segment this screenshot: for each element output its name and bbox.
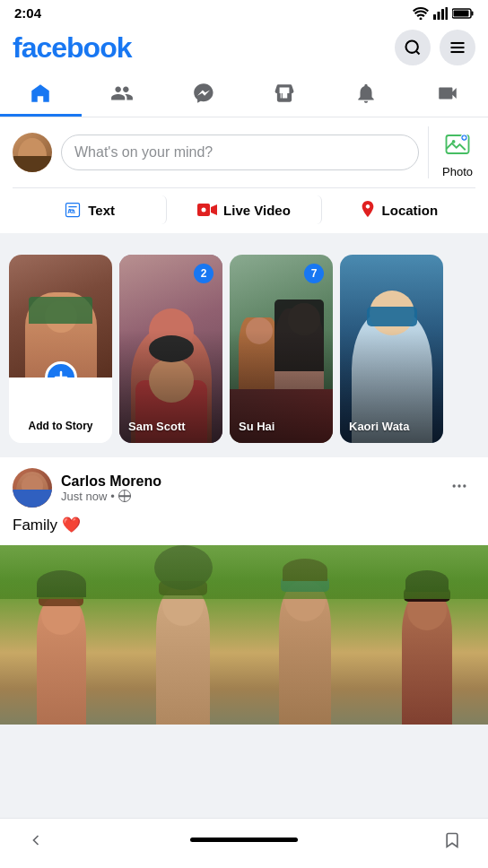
post-time: Just now [61,490,107,503]
post-actions: Aa Text Live Video Location [13,187,475,224]
post-input[interactable]: What's on your mind? [61,135,419,170]
svg-rect-6 [454,10,469,16]
post-user-details: Carlos Moreno Just now • [61,473,161,503]
bottom-nav [0,818,488,868]
story-badge-2: 2 [194,264,214,283]
bookmark-icon [443,830,461,850]
story-sam-scott[interactable]: 2 Sam Scott [119,255,222,443]
add-story-label: Add to Story [22,420,100,434]
photo-label: Photo [442,165,473,178]
post-avatar-carlos [13,468,52,508]
svg-point-19 [202,208,206,213]
tab-messenger[interactable] [162,73,244,117]
live-video-action-button[interactable]: Live Video [167,195,321,224]
text-action-button[interactable]: Aa Text [13,195,167,224]
post-user-name: Carlos Moreno [61,473,161,490]
svg-point-7 [406,41,418,53]
post-image [0,545,488,725]
facebook-logo: facebook [13,31,131,65]
tab-video[interactable] [406,73,488,117]
tab-notifications[interactable] [326,73,407,117]
hamburger-icon [449,39,466,56]
post-header: Carlos Moreno Just now • [13,468,475,508]
stories-section: Add to Story 2 Sam Scott [0,247,488,450]
home-indicator[interactable] [190,838,298,842]
app-header: facebook [0,24,488,73]
post-text: Family ❤️ [13,515,475,536]
wifi-icon [413,7,429,20]
photo-icon-wrap [440,126,475,162]
story-badge-7: 7 [304,264,324,283]
post-family-text: Family ❤️ [13,516,81,534]
post-box-top: What's on your mind? Photo [13,126,475,178]
video-icon [436,82,459,105]
messenger-icon [192,82,215,105]
more-options-icon [450,477,468,495]
status-icons [413,7,474,20]
story-kaori-label: Kaori Wata [349,420,409,434]
friends-icon [110,82,134,105]
user-avatar [13,133,52,172]
post-user-info: Carlos Moreno Just now • [13,468,161,508]
story-kaori[interactable]: Kaori Wata [340,255,443,443]
bookmark-button[interactable] [443,830,461,850]
search-icon [404,39,422,56]
post-box: What's on your mind? Photo A [0,117,488,240]
tab-home[interactable] [0,73,82,117]
battery-icon [452,8,474,19]
status-time: 2:04 [14,5,41,21]
post-menu-button[interactable] [443,473,475,503]
search-button[interactable] [395,30,431,65]
story-su-hai[interactable]: 7 Su Hai [230,255,333,443]
live-video-label: Live Video [223,203,291,218]
post-meta: Just now • [61,490,161,503]
photo-icon [444,131,471,158]
svg-rect-5 [472,11,474,15]
post-carlos: Carlos Moreno Just now • Family ❤️ [0,457,488,725]
menu-button[interactable] [440,30,475,65]
marketplace-icon [273,82,296,105]
location-icon [360,201,376,219]
story-su-label: Su Hai [239,420,274,434]
svg-rect-3 [446,7,449,20]
svg-rect-2 [441,9,444,20]
nav-tabs [0,73,488,117]
stories-row: Add to Story 2 Sam Scott [0,247,488,450]
text-action-label: Text [88,203,115,218]
privacy-globe-icon [118,490,131,502]
svg-rect-1 [438,12,440,20]
live-video-icon [197,203,217,217]
svg-point-24 [463,484,466,487]
header-actions [395,30,475,65]
svg-point-22 [453,484,456,487]
location-action-button[interactable]: Location [322,195,475,224]
tab-marketplace[interactable] [244,73,326,117]
story-sam-label: Sam Scott [128,420,186,434]
section-separator [0,450,488,457]
photo-button[interactable]: Photo [428,126,475,178]
add-story-card[interactable]: Add to Story [9,255,112,443]
text-action-icon: Aa [64,201,82,219]
status-bar: 2:04 [0,0,488,24]
dot-separator: • [110,490,115,503]
tab-friends[interactable] [82,73,163,117]
location-label: Location [382,203,439,218]
signal-icon [433,7,448,20]
svg-rect-0 [433,14,436,20]
home-icon [29,82,52,105]
svg-text:Aa: Aa [67,208,75,214]
back-arrow-icon [27,831,45,849]
bell-icon [354,82,378,105]
back-button[interactable] [27,831,45,849]
svg-point-23 [458,484,460,487]
